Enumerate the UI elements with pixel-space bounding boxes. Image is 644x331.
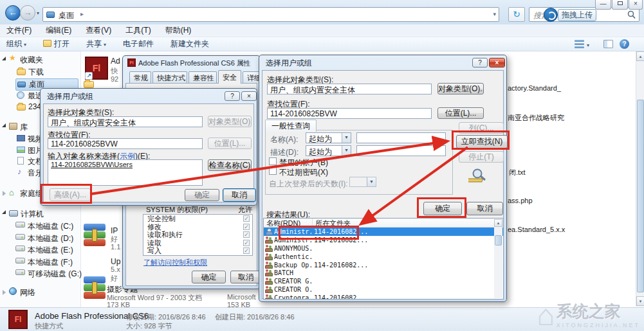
back-icon[interactable]: ← bbox=[5, 5, 21, 21]
folder-icon[interactable] bbox=[84, 81, 94, 88]
ok-button[interactable]: 确定 bbox=[185, 189, 219, 201]
cancel-button[interactable]: 取消 bbox=[223, 188, 256, 202]
sidebar-item-libraries[interactable]: 库 bbox=[9, 122, 28, 133]
open-button[interactable]: 打开 bbox=[43, 39, 69, 49]
tab-general[interactable]: 常规 bbox=[129, 71, 151, 83]
result-row[interactable]: Authentic... bbox=[264, 253, 503, 261]
change-view-icon[interactable] bbox=[575, 40, 584, 48]
name-query-input[interactable] bbox=[356, 132, 446, 143]
sidebar-item-homegroup[interactable]: 家庭组 bbox=[9, 188, 43, 199]
rar-file-name[interactable]: Up bbox=[111, 257, 120, 266]
view-dropdown-icon[interactable]: ▾ bbox=[587, 42, 589, 48]
file-name-fragment[interactable]: 闭.txt bbox=[509, 168, 526, 177]
description-condition-select[interactable]: 起始为▼ bbox=[306, 145, 351, 156]
file-name-fragment[interactable]: ea.Standard_5.x.x bbox=[508, 226, 565, 233]
search-icon[interactable] bbox=[627, 10, 636, 19]
menu-view[interactable]: 查看(V) bbox=[86, 25, 111, 36]
sidebar-item-recent[interactable]: 最近 bbox=[17, 91, 43, 102]
email-button[interactable]: 电子邮件 bbox=[123, 39, 154, 49]
scrollbar-thumb[interactable] bbox=[495, 235, 502, 246]
name-condition-select[interactable]: 起始为▼ bbox=[306, 132, 351, 143]
share-button[interactable]: 共享▾ bbox=[86, 39, 106, 49]
sidebar-item-downloads[interactable]: 下载 bbox=[17, 67, 44, 78]
flash-file-name[interactable]: Ad bbox=[111, 57, 120, 66]
address-dropdown-icon[interactable]: ▾ bbox=[493, 11, 496, 17]
scrollbar-thumb[interactable] bbox=[637, 100, 644, 292]
column-folder[interactable]: 所在文件夹 bbox=[313, 219, 503, 227]
close-icon[interactable]: × bbox=[241, 91, 257, 101]
tab-security[interactable]: 安全 bbox=[218, 70, 241, 84]
result-row[interactable]: BATCH bbox=[264, 269, 503, 277]
sidebar-item-computer[interactable]: 计算机 bbox=[9, 209, 44, 220]
upload-logo-icon[interactable] bbox=[544, 8, 558, 22]
stop-button[interactable]: 停止(T) bbox=[459, 151, 504, 163]
result-row[interactable]: CREATOR O... bbox=[264, 285, 503, 294]
preview-pane-icon[interactable] bbox=[603, 40, 613, 48]
file-name-fragment[interactable]: actory.Standard_ bbox=[508, 84, 561, 92]
address-location[interactable]: 桌面 bbox=[59, 10, 74, 21]
ok-button[interactable]: 确定 bbox=[192, 271, 226, 283]
close-button[interactable]: × bbox=[629, 0, 643, 10]
object-types-button[interactable]: 对象类型(O)... bbox=[208, 116, 252, 127]
scroll-up-icon[interactable]: ▲ bbox=[636, 51, 644, 61]
ok-button[interactable]: 确定 bbox=[423, 202, 462, 215]
sidebar-item-disk-c[interactable]: 本地磁盘 (C:) bbox=[15, 221, 73, 232]
rar-file-name[interactable]: IP bbox=[111, 226, 118, 235]
result-row[interactable]: Cryptogra...114-2016082... bbox=[264, 294, 503, 300]
menu-file[interactable]: 文件(F) bbox=[6, 25, 32, 36]
sidebar-item-music[interactable]: 音乐 bbox=[17, 168, 43, 179]
cancel-button[interactable]: 取消 bbox=[466, 202, 503, 215]
result-row[interactable]: Administr...114-2016082... bbox=[264, 236, 503, 244]
columns-button[interactable]: 列(C)... bbox=[459, 122, 504, 134]
object-types-button[interactable]: 对象类型(O)... bbox=[437, 83, 484, 94]
file-name-fragment[interactable]: 南亚合作战略研究 bbox=[508, 113, 564, 123]
expander-icon[interactable] bbox=[2, 210, 6, 214]
nav-history-dropdown-icon[interactable]: ▾ bbox=[37, 10, 39, 16]
sidebar-item-disk-g[interactable]: 可移动磁盘 (G:) bbox=[15, 269, 82, 280]
expander-icon[interactable] bbox=[2, 57, 6, 60]
sidebar-item-pictures[interactable]: 图片 bbox=[17, 145, 43, 156]
menu-tools[interactable]: 工具(T) bbox=[125, 25, 151, 36]
breadcrumb-arrow-icon[interactable]: ▸ bbox=[80, 10, 84, 17]
main-scrollbar[interactable]: ▲ ▼ bbox=[636, 51, 644, 307]
expander-icon[interactable] bbox=[3, 191, 6, 196]
help-icon[interactable]: ? bbox=[620, 39, 629, 49]
tab-compatibility[interactable]: 兼容性 bbox=[189, 71, 217, 83]
column-name[interactable]: 名称(RDN) bbox=[264, 219, 313, 227]
tab-shortcut[interactable]: 快捷方式 bbox=[152, 71, 187, 83]
tab-common-queries[interactable]: 一般性查询 bbox=[265, 120, 317, 132]
sidebar-item-disk-e[interactable]: 本地磁盘 (E:) bbox=[15, 245, 73, 256]
locations-button[interactable]: 位置(L)... bbox=[437, 107, 484, 119]
sidebar-item-documents[interactable]: 文档 bbox=[17, 156, 43, 167]
close-icon[interactable]: × bbox=[489, 58, 505, 67]
result-row[interactable]: CREATOR G... bbox=[264, 277, 503, 285]
access-control-link[interactable]: 了解访问控制和权限 bbox=[143, 258, 207, 267]
sidebar-item-favorites[interactable]: 收藏夹 bbox=[9, 55, 43, 66]
check-names-button[interactable]: 检查名称(C) bbox=[208, 159, 252, 171]
result-row[interactable]: ANONYMOUS... bbox=[264, 244, 503, 253]
new-folder-button[interactable]: 新建文件夹 bbox=[170, 39, 209, 49]
refresh-button[interactable]: ↻ bbox=[508, 7, 525, 22]
scroll-down-icon[interactable]: ▼ bbox=[636, 296, 644, 306]
menu-edit[interactable]: 编辑(E) bbox=[46, 25, 71, 36]
sidebar-item-network[interactable]: 网络 bbox=[9, 287, 35, 298]
address-bar[interactable]: 桌面 ▸ ▾ bbox=[42, 7, 499, 22]
result-row-selected[interactable]: Administr...114-2016082... bbox=[264, 228, 503, 236]
rar-file-icon[interactable] bbox=[84, 276, 106, 299]
non-expiring-password-checkbox[interactable] bbox=[269, 167, 277, 175]
help-icon[interactable]: ? bbox=[472, 58, 488, 67]
forward-icon[interactable]: → bbox=[20, 5, 35, 21]
find-now-button[interactable]: 立即查找(N) bbox=[456, 135, 508, 148]
advanced-button[interactable]: 高级(A)... bbox=[50, 188, 91, 201]
days-select[interactable]: ▼ bbox=[349, 177, 376, 187]
description-query-input[interactable] bbox=[356, 145, 446, 156]
scroll-up-icon[interactable]: ▲ bbox=[494, 219, 502, 227]
sidebar-item-disk-f[interactable]: 本地磁盘 (F:) bbox=[15, 257, 73, 268]
object-names-input[interactable]: 114-20160825BVW\Users bbox=[48, 159, 203, 186]
expander-icon[interactable] bbox=[3, 290, 6, 295]
organize-button[interactable]: 组织▾ bbox=[6, 39, 26, 49]
expander-icon[interactable] bbox=[2, 123, 6, 127]
flash-file-icon[interactable]: Fl↗ bbox=[85, 57, 108, 80]
file-name-fragment[interactable]: ass.php bbox=[508, 197, 533, 204]
upload-overlay-button[interactable]: 拖拽上传 bbox=[558, 9, 596, 21]
